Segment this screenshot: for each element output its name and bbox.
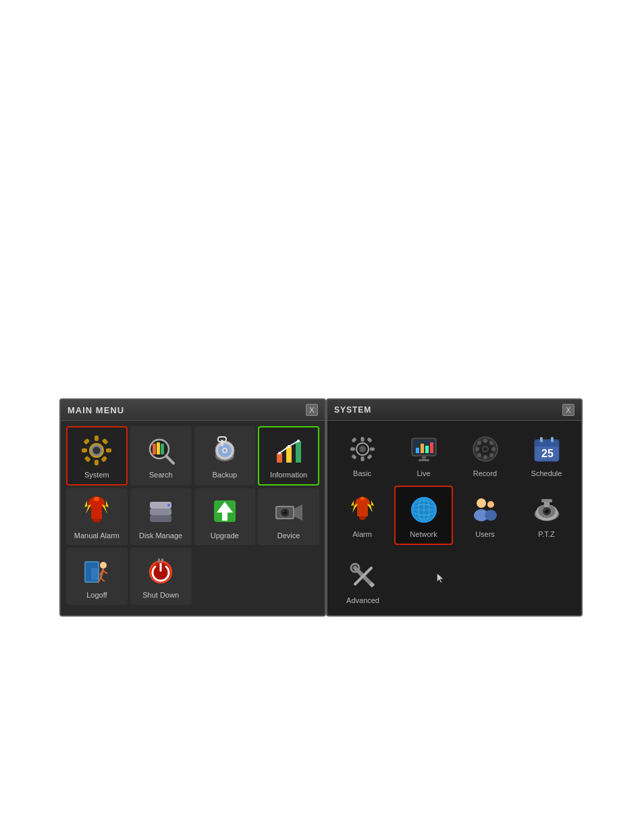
menu-item-upgrade-label: Upgrade bbox=[211, 531, 239, 540]
svg-rect-79 bbox=[425, 446, 429, 453]
menu-item-device[interactable]: Device bbox=[258, 488, 319, 545]
system-item-advanced-label: Advanced bbox=[346, 596, 379, 604]
svg-rect-73 bbox=[367, 437, 372, 442]
svg-rect-80 bbox=[430, 442, 433, 453]
svg-rect-7 bbox=[101, 456, 108, 463]
svg-rect-9 bbox=[84, 456, 91, 463]
device-icon bbox=[271, 494, 306, 529]
main-menu-close-button[interactable]: X bbox=[306, 404, 318, 416]
ptz-icon bbox=[529, 492, 564, 527]
svg-rect-26 bbox=[286, 446, 292, 463]
svg-point-94 bbox=[477, 453, 481, 457]
menu-item-search[interactable]: Search bbox=[130, 426, 192, 486]
system-icon bbox=[79, 433, 114, 468]
svg-rect-74 bbox=[351, 454, 356, 459]
svg-rect-102 bbox=[357, 507, 368, 517]
menu-item-information[interactable]: Information bbox=[258, 426, 319, 486]
svg-rect-68 bbox=[360, 457, 364, 461]
svg-point-66 bbox=[359, 446, 366, 452]
svg-point-86 bbox=[483, 447, 487, 451]
system-item-basic-label: Basic bbox=[353, 469, 371, 477]
svg-rect-3 bbox=[95, 460, 99, 465]
svg-point-88 bbox=[483, 455, 487, 459]
system-item-alarm[interactable]: Alarm bbox=[333, 486, 392, 545]
system-grid: Basic bbox=[327, 421, 581, 550]
system-item-users[interactable]: Users bbox=[456, 486, 514, 545]
svg-line-58 bbox=[101, 578, 105, 581]
svg-rect-67 bbox=[360, 437, 364, 442]
menu-item-information-label: Information bbox=[270, 471, 307, 479]
svg-point-117 bbox=[485, 510, 497, 521]
system-item-ptz-label: P.T.Z bbox=[538, 530, 554, 538]
system-item-record[interactable]: Record bbox=[456, 426, 514, 483]
live-icon bbox=[406, 432, 441, 467]
menu-item-manual-alarm[interactable]: Manual Alarm bbox=[66, 488, 128, 545]
svg-rect-4 bbox=[82, 448, 87, 452]
mouse-cursor bbox=[436, 573, 446, 583]
svg-rect-5 bbox=[106, 448, 111, 452]
svg-rect-63 bbox=[158, 558, 160, 563]
svg-point-114 bbox=[477, 498, 486, 508]
svg-point-33 bbox=[92, 519, 101, 523]
main-menu-grid: System Search bbox=[61, 421, 325, 610]
system-item-live[interactable]: Live bbox=[394, 426, 453, 483]
svg-point-103 bbox=[359, 516, 366, 520]
system-item-alarm-label: Alarm bbox=[352, 530, 372, 538]
svg-rect-64 bbox=[161, 558, 163, 563]
disk-manage-icon bbox=[143, 494, 178, 529]
svg-point-40 bbox=[167, 504, 170, 506]
system-item-schedule[interactable]: 25 Schedule bbox=[517, 426, 576, 483]
menu-item-upgrade[interactable]: Upgrade bbox=[194, 488, 256, 545]
menu-item-shut-down[interactable]: Shut Down bbox=[130, 548, 192, 604]
menu-item-device-label: Device bbox=[277, 531, 300, 540]
system-item-network[interactable]: Network bbox=[394, 486, 453, 545]
svg-point-116 bbox=[487, 501, 494, 508]
menu-item-disk-manage-label: Disk Manage bbox=[139, 531, 182, 540]
system-panel-title: SYSTEM bbox=[334, 405, 371, 415]
svg-rect-97 bbox=[535, 444, 559, 446]
svg-point-93 bbox=[489, 441, 493, 445]
svg-rect-13 bbox=[153, 444, 156, 454]
svg-point-55 bbox=[100, 562, 107, 569]
menu-item-manual-alarm-label: Manual Alarm bbox=[74, 531, 119, 540]
svg-rect-25 bbox=[277, 453, 282, 463]
schedule-icon: 25 bbox=[529, 432, 564, 467]
menu-item-logoff[interactable]: Logoff bbox=[66, 548, 128, 604]
svg-line-60 bbox=[103, 571, 107, 573]
svg-point-22 bbox=[223, 449, 226, 452]
menu-item-system[interactable]: System bbox=[66, 426, 128, 486]
menu-item-disk-manage[interactable]: Disk Manage bbox=[130, 488, 192, 545]
record-icon bbox=[468, 432, 503, 467]
svg-point-30 bbox=[297, 440, 300, 442]
menu-item-logoff-label: Logoff bbox=[86, 591, 107, 599]
svg-text:25: 25 bbox=[541, 448, 554, 459]
svg-rect-32 bbox=[91, 509, 102, 519]
svg-rect-2 bbox=[95, 436, 99, 441]
upgrade-icon bbox=[207, 494, 242, 529]
menu-item-backup[interactable]: Backup bbox=[194, 426, 256, 486]
system-item-network-label: Network bbox=[410, 530, 437, 538]
menu-item-backup-label: Backup bbox=[213, 471, 238, 479]
system-item-users-label: Users bbox=[475, 530, 495, 538]
system-item-advanced[interactable]: Advanced bbox=[333, 553, 393, 610]
svg-point-42 bbox=[167, 517, 170, 520]
svg-rect-82 bbox=[419, 459, 429, 461]
alarm-icon bbox=[345, 492, 380, 527]
svg-rect-15 bbox=[161, 444, 164, 454]
system-item-schedule-label: Schedule bbox=[531, 469, 562, 477]
system-item-record-label: Record bbox=[473, 469, 497, 477]
system-panel-close-button[interactable]: X bbox=[562, 404, 574, 416]
main-menu-header: MAIN MENU X bbox=[61, 400, 325, 421]
svg-point-104 bbox=[360, 497, 365, 500]
basic-icon bbox=[345, 432, 380, 467]
users-icon bbox=[468, 492, 503, 527]
system-item-ptz[interactable]: P.T.Z bbox=[517, 486, 576, 545]
svg-rect-8 bbox=[102, 438, 109, 445]
advanced-icon bbox=[346, 558, 381, 594]
svg-rect-6 bbox=[84, 438, 90, 445]
svg-rect-100 bbox=[551, 437, 554, 442]
svg-point-34 bbox=[94, 497, 99, 501]
search-icon bbox=[143, 433, 178, 468]
system-item-basic[interactable]: Basic bbox=[333, 426, 392, 483]
svg-point-29 bbox=[288, 445, 290, 448]
